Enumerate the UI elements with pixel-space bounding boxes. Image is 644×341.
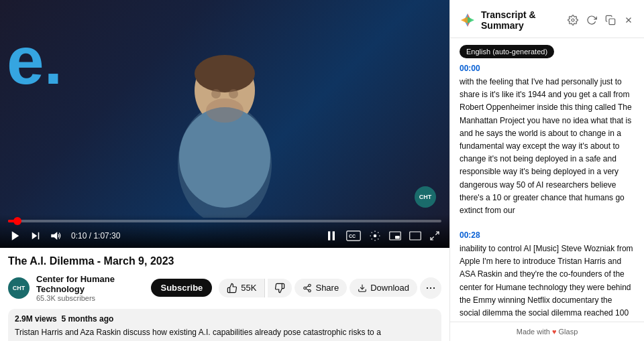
svg-point-22 [309,284,311,287]
svg-marker-8 [12,231,19,241]
transcript-copy-button[interactable] [604,13,617,27]
controls-right: CC [323,228,441,244]
controls-row: 0:10 / 1:07:30 CC [8,228,441,244]
svg-line-25 [306,289,309,290]
svg-text:CC: CC [349,234,356,238]
svg-line-20 [435,232,439,235]
transcript-icon-buttons [566,13,635,27]
video-thumbnail: e. CHT [0,0,449,248]
channel-icon: CHT [8,277,30,299]
description-section: 2.9M views 5 months ago Tristan Harris a… [8,309,441,341]
channel-row: CHT Center for Humane Technology 65.3K s… [8,274,441,302]
skip-button[interactable] [28,228,43,243]
fullscreen-button[interactable] [428,229,441,243]
transcript-entry-1: 00:00 with the feeling that I've had per… [460,64,635,217]
action-buttons: 55K Share Download ··· [219,277,441,299]
settings-button[interactable] [368,228,382,243]
svg-rect-19 [410,232,421,240]
transcript-text-2a: inability to control AI [Music] Steve Wo… [460,244,633,322]
volume-button[interactable] [48,228,63,243]
svg-rect-34 [609,19,615,25]
svg-rect-13 [333,231,335,240]
more-options-button[interactable]: ··· [420,277,441,299]
dislike-button[interactable] [268,279,292,297]
svg-point-33 [572,19,574,21]
cht-watermark: CHT [415,186,436,208]
timestamp-1[interactable]: 00:00 [460,64,635,73]
progress-bar[interactable] [8,220,441,222]
transcript-title: Transcript & Summary [481,9,561,31]
language-badge[interactable]: English (auto-generated) [460,45,554,58]
transcript-text-1: with the feeling that I've had personall… [460,76,635,217]
description-text[interactable]: Tristan Harris and Aza Raskin discuss ho… [15,326,409,341]
svg-rect-18 [395,236,400,239]
time-display: 0:10 / 1:07:30 [71,231,120,241]
left-column: e. CHT [0,0,449,341]
pause-center-button[interactable] [323,228,339,244]
download-button[interactable]: Download [350,279,417,297]
svg-marker-9 [32,232,38,240]
footer-text: Made with [517,328,550,336]
footer-heart: ♥ [552,328,557,336]
channel-name[interactable]: Center for Humane Technology [36,274,144,294]
svg-marker-31 [461,17,468,23]
svg-point-24 [309,289,311,292]
stage-text: e. [7,27,62,94]
svg-marker-11 [51,232,57,240]
share-label: Share [315,283,339,293]
svg-point-2 [195,55,255,92]
svg-point-23 [304,287,307,289]
transcript-panel: Transcript & Summary English (auto-gener… [449,0,644,341]
footer-brand: Glasp [559,328,578,336]
captions-button[interactable]: CC [345,229,362,243]
svg-line-21 [431,236,434,240]
glasp-logo [460,12,476,28]
transcript-refresh-button[interactable] [585,13,598,27]
share-button[interactable]: Share [294,279,347,297]
desc-meta: 2.9M views 5 months ago [15,314,435,324]
svg-marker-32 [468,17,474,23]
video-controls-overlay: 0:10 / 1:07:30 CC [0,214,449,248]
transcript-header: Transcript & Summary [450,0,644,38]
download-label: Download [370,283,409,293]
transcript-footer: Made with ♥ Glasp [450,322,644,341]
miniplayer-button[interactable] [388,230,402,242]
transcript-text-2: inability to control AI [Music] Steve Wo… [460,243,635,322]
svg-rect-12 [328,231,330,240]
video-player: e. CHT [0,0,449,248]
transcript-body[interactable]: 00:00 with the feeling that I've had per… [450,64,644,322]
svg-point-7 [206,98,244,123]
svg-point-6 [229,89,238,98]
speaker-silhouette [151,30,299,218]
subscriber-count: 65.3K subscribers [36,294,144,302]
svg-point-5 [211,89,221,98]
subscribe-button[interactable]: Subscribe [151,279,212,297]
like-count: 55K [241,283,256,293]
svg-rect-10 [38,232,40,240]
svg-point-16 [374,234,377,238]
video-title: The A.I. Dilemma - March 9, 2023 [8,255,441,269]
channel-info: Center for Humane Technology 65.3K subsc… [36,274,144,302]
video-info: The A.I. Dilemma - March 9, 2023 CHT Cen… [0,248,449,341]
theater-button[interactable] [408,230,423,242]
progress-bar-fill [8,220,18,222]
svg-line-26 [306,286,309,287]
transcript-settings-button[interactable] [566,13,580,27]
timestamp-2[interactable]: 00:28 [460,230,635,240]
like-button[interactable]: 55K [219,279,265,297]
play-button[interactable] [8,228,23,243]
desc-row: Tristan Harris and Aza Raskin discuss ho… [15,326,435,341]
transcript-entry-2: 00:28 inability to control AI [Music] St… [460,230,635,322]
language-badge-container: English (auto-generated) [450,38,644,64]
transcript-close-button[interactable] [623,14,635,26]
